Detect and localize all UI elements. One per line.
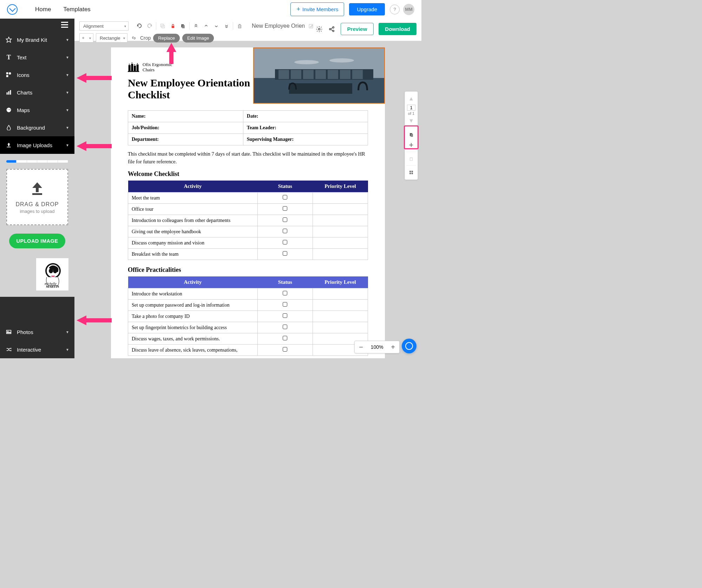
dropzone-title: DRAG & DROP xyxy=(15,201,59,208)
replace-button[interactable]: Replace xyxy=(153,34,180,43)
shapes-icon xyxy=(5,71,12,78)
zoom-out-button[interactable]: − xyxy=(355,341,367,353)
sidebar-toggle[interactable] xyxy=(0,19,74,31)
svg-rect-38 xyxy=(315,70,326,79)
section-title-office: Office Practicalities xyxy=(128,266,368,274)
checkbox-icon xyxy=(283,217,287,222)
shape-dropdown[interactable]: Rectangle xyxy=(96,33,127,43)
zoom-in-button[interactable]: + xyxy=(387,341,399,353)
svg-marker-0 xyxy=(6,37,12,43)
svg-point-26 xyxy=(318,28,320,30)
table-row: Meet the team xyxy=(128,192,368,204)
chevron-down-icon: ▼ xyxy=(66,91,69,94)
duplicate-page-button[interactable] xyxy=(405,129,418,140)
svg-rect-1 xyxy=(6,72,8,74)
plus-icon: + xyxy=(296,6,300,13)
svg-point-50 xyxy=(134,64,135,65)
sidebar-item-charts[interactable]: Charts ▼ xyxy=(0,84,74,101)
checkbox-icon xyxy=(283,313,287,318)
brand-logo-icon xyxy=(128,63,140,72)
undo-icon[interactable] xyxy=(136,22,143,30)
svg-rect-54 xyxy=(410,158,413,161)
sidebar-label: Photos xyxy=(17,329,66,335)
image-icon xyxy=(5,328,12,335)
group-icon[interactable] xyxy=(159,22,166,30)
upgrade-button[interactable]: Upgrade xyxy=(349,3,385,15)
svg-rect-36 xyxy=(291,70,301,79)
svg-rect-53 xyxy=(411,134,413,137)
sidebar-item-brand-kit[interactable]: My Brand Kit ▼ xyxy=(0,31,74,48)
svg-marker-59 xyxy=(77,73,112,83)
sidebar-item-photos[interactable]: Photos ▼ xyxy=(0,323,74,341)
alignment-dropdown[interactable]: Alignment xyxy=(79,21,129,31)
sidebar-item-icons[interactable]: Icons ▼ xyxy=(0,66,74,84)
help-button[interactable]: ? xyxy=(390,5,400,14)
chart-icon xyxy=(5,89,12,96)
checkbox-icon xyxy=(283,195,287,200)
svg-rect-47 xyxy=(128,71,139,72)
svg-rect-46 xyxy=(137,64,139,71)
page-number[interactable]: 1 xyxy=(407,105,415,111)
sidebar-item-image-uploads[interactable]: Image Uploads ▼ xyxy=(0,136,74,154)
download-button[interactable]: Download xyxy=(379,23,416,35)
logo-icon[interactable] xyxy=(7,4,18,15)
sidebar-item-maps[interactable]: Maps ▼ xyxy=(0,101,74,119)
hero-image[interactable] xyxy=(253,47,385,104)
send-backward-icon[interactable] xyxy=(212,22,220,30)
table-row: Giving out the employee handbook xyxy=(128,226,368,237)
user-avatar[interactable]: MM xyxy=(403,4,414,15)
page-down-button[interactable]: ▼ xyxy=(405,116,418,126)
shuffle-icon xyxy=(5,346,12,353)
svg-rect-42 xyxy=(289,83,352,94)
page-total: of 1 xyxy=(408,111,414,116)
canvas-area[interactable]: Ofix Ergonomic Chairs New Employee Orien… xyxy=(74,41,421,358)
send-back-icon[interactable] xyxy=(223,22,230,30)
sidebar-item-background[interactable]: Background ▼ xyxy=(0,119,74,136)
lock-icon[interactable] xyxy=(169,22,177,30)
share-icon[interactable] xyxy=(328,25,336,33)
edit-image-button[interactable]: Edit Image xyxy=(182,34,214,43)
svg-rect-57 xyxy=(409,173,411,174)
svg-rect-22 xyxy=(182,25,185,28)
office-practicalities-table: Activity Status Priority Level Introduce… xyxy=(128,276,368,356)
bring-front-icon[interactable] xyxy=(192,22,200,30)
editor-toolbar: Alignment Rectangle Crop Replace Edit Im… xyxy=(74,19,421,41)
nav-templates[interactable]: Templates xyxy=(63,6,90,13)
bring-forward-icon[interactable] xyxy=(202,22,210,30)
svg-point-33 xyxy=(329,58,354,63)
opacity-dropdown[interactable] xyxy=(79,33,93,43)
document-page[interactable]: Ofix Ergonomic Chairs New Employee Orien… xyxy=(111,47,385,358)
crop-button[interactable]: Crop xyxy=(140,35,151,41)
svg-marker-61 xyxy=(77,315,112,325)
uploaded-image-thumbnail[interactable]: michelleMARTIN xyxy=(36,258,68,290)
link-icon[interactable] xyxy=(130,34,138,42)
text-icon: T xyxy=(5,54,12,61)
add-page-button[interactable]: + xyxy=(405,140,418,150)
svg-rect-58 xyxy=(412,173,413,174)
page-up-button[interactable]: ▲ xyxy=(405,93,418,104)
redo-icon[interactable] xyxy=(146,22,153,30)
svg-rect-55 xyxy=(409,171,411,172)
edit-title-icon[interactable] xyxy=(307,22,315,30)
drag-drop-zone[interactable]: DRAG & DROP images to upload xyxy=(6,169,68,225)
document-title-input[interactable] xyxy=(252,23,304,29)
delete-page-button[interactable] xyxy=(405,153,418,164)
chevron-down-icon: ▼ xyxy=(66,38,69,42)
svg-rect-41 xyxy=(352,70,363,79)
hamburger-icon xyxy=(61,22,68,28)
copy-icon[interactable] xyxy=(179,22,187,30)
svg-rect-18 xyxy=(160,24,163,27)
help-fab-button[interactable] xyxy=(402,339,416,353)
svg-rect-5 xyxy=(8,91,9,95)
settings-icon[interactable] xyxy=(315,25,323,33)
upload-image-button[interactable]: UPLOAD IMAGE xyxy=(9,234,65,248)
invite-members-button[interactable]: + Invite Members xyxy=(290,2,344,16)
chevron-down-icon: ▼ xyxy=(66,73,69,77)
checkbox-icon xyxy=(283,251,287,256)
grid-view-button[interactable] xyxy=(405,167,418,178)
preview-button[interactable]: Preview xyxy=(341,23,374,35)
sidebar-item-text[interactable]: T Text ▼ xyxy=(0,48,74,66)
nav-home[interactable]: Home xyxy=(35,6,51,13)
delete-icon[interactable] xyxy=(236,22,243,30)
sidebar-item-interactive[interactable]: Interactive ▼ xyxy=(0,341,74,358)
